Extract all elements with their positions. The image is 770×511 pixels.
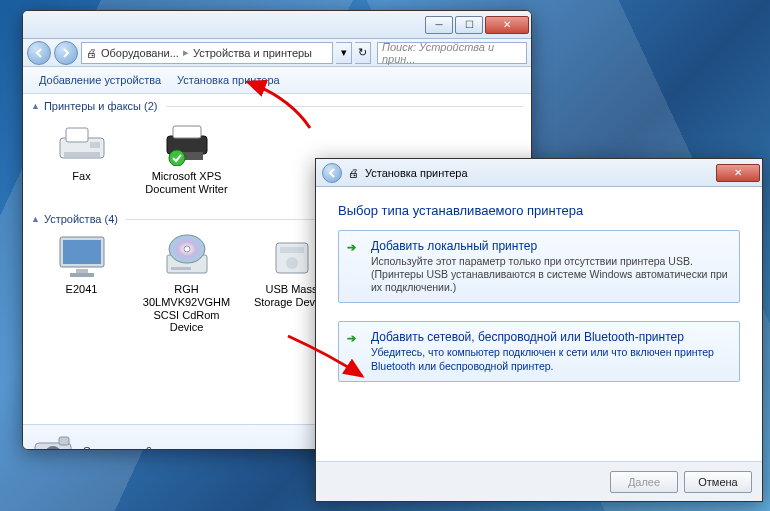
- svg-rect-5: [173, 126, 201, 138]
- group-title: Принтеры и факсы (2): [44, 100, 158, 112]
- svg-rect-10: [76, 269, 88, 273]
- svg-rect-2: [90, 142, 100, 148]
- collapse-icon: ▲: [31, 214, 40, 224]
- printer-icon: 🖨: [348, 167, 359, 179]
- breadcrumb-current[interactable]: Устройства и принтеры: [189, 47, 316, 59]
- monitor-icon: [54, 233, 110, 281]
- minimize-button[interactable]: ─: [425, 16, 453, 34]
- arrow-right-icon: ➔: [347, 241, 356, 254]
- svg-rect-22: [59, 437, 69, 445]
- fax-icon: [54, 120, 110, 168]
- explorer-titlebar: ─ ☐ ✕: [23, 11, 531, 39]
- svg-point-18: [286, 257, 298, 269]
- add-printer-dialog: 🖨 Установка принтера ✕ Выбор типа устана…: [315, 158, 763, 502]
- dialog-close-button[interactable]: ✕: [716, 164, 760, 182]
- option-local-printer[interactable]: ➔ Добавить локальный принтер Используйте…: [338, 230, 740, 303]
- svg-rect-13: [171, 267, 191, 270]
- breadcrumb-parent[interactable]: Оборудовани...: [97, 47, 183, 59]
- option-title: Добавить сетевой, беспроводной или Bluet…: [371, 330, 729, 344]
- group-header-printers[interactable]: ▲ Принтеры и факсы (2): [23, 94, 531, 114]
- device-label: E2041: [66, 283, 98, 296]
- address-dropdown[interactable]: ▾: [336, 42, 352, 64]
- option-title: Добавить локальный принтер: [371, 239, 729, 253]
- svg-rect-9: [63, 240, 101, 264]
- search-input[interactable]: Поиск: Устройства и прин...: [377, 42, 527, 64]
- camera-icon: [33, 433, 73, 451]
- device-label: Microsoft XPS Document Writer: [145, 170, 227, 195]
- group-title: Устройства (4): [44, 213, 118, 225]
- add-device-button[interactable]: Добавление устройства: [31, 74, 169, 86]
- dialog-title: Установка принтера: [365, 167, 468, 179]
- status-text: Элементов: 6: [83, 445, 152, 451]
- svg-rect-11: [70, 273, 94, 277]
- option-desc: Используйте этот параметр только при отс…: [371, 255, 729, 294]
- printer-icon: [159, 120, 215, 168]
- svg-point-21: [49, 450, 57, 451]
- device-fax[interactable]: Fax: [29, 116, 134, 199]
- back-button[interactable]: [27, 41, 51, 65]
- svg-rect-1: [66, 128, 88, 142]
- device-cdrom[interactable]: RGH 30LMVK92VGHM SCSI CdRom Device: [134, 229, 239, 338]
- dialog-titlebar: 🖨 Установка принтера ✕: [316, 159, 762, 187]
- next-button[interactable]: Далее: [610, 471, 678, 493]
- option-network-printer[interactable]: ➔ Добавить сетевой, беспроводной или Blu…: [338, 321, 740, 381]
- svg-rect-3: [64, 152, 100, 157]
- device-label: Fax: [72, 170, 90, 183]
- breadcrumb-icon: 🖨: [86, 47, 97, 59]
- refresh-button[interactable]: ↻: [355, 42, 371, 64]
- dialog-footer: Далее Отмена: [316, 461, 762, 501]
- arrow-right-icon: ➔: [347, 332, 356, 345]
- close-button[interactable]: ✕: [485, 16, 529, 34]
- maximize-button[interactable]: ☐: [455, 16, 483, 34]
- cancel-button[interactable]: Отмена: [684, 471, 752, 493]
- svg-point-7: [169, 150, 185, 166]
- forward-button[interactable]: [54, 41, 78, 65]
- drive-icon: [264, 233, 320, 281]
- collapse-icon: ▲: [31, 101, 40, 111]
- svg-point-15: [184, 246, 190, 252]
- device-monitor[interactable]: E2041: [29, 229, 134, 338]
- device-xps[interactable]: Microsoft XPS Document Writer: [134, 116, 239, 199]
- hdd-icon: [159, 233, 215, 281]
- option-desc: Убедитесь, что компьютер подключен к сет…: [371, 346, 729, 372]
- dialog-heading: Выбор типа устанавливаемого принтера: [338, 203, 740, 218]
- device-label: RGH 30LMVK92VGHM SCSI CdRom Device: [143, 283, 230, 334]
- nav-row: 🖨 Оборудовани... ▸ Устройства и принтеры…: [23, 39, 531, 67]
- svg-rect-17: [280, 247, 304, 253]
- dialog-back-button[interactable]: [322, 163, 342, 183]
- toolbar: Добавление устройства Установка принтера: [23, 67, 531, 94]
- add-printer-button[interactable]: Установка принтера: [169, 74, 288, 86]
- dialog-body: Выбор типа устанавливаемого принтера ➔ Д…: [316, 187, 762, 461]
- address-bar[interactable]: 🖨 Оборудовани... ▸ Устройства и принтеры: [81, 42, 333, 64]
